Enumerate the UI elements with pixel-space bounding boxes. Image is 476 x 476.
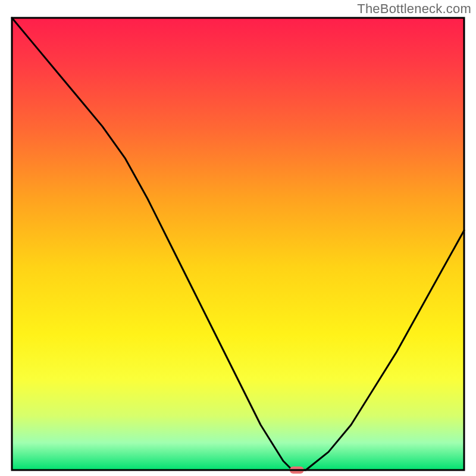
gradient-background xyxy=(12,18,464,470)
chart-canvas: TheBottleneck.com xyxy=(0,0,476,476)
bottleneck-chart xyxy=(0,0,476,476)
